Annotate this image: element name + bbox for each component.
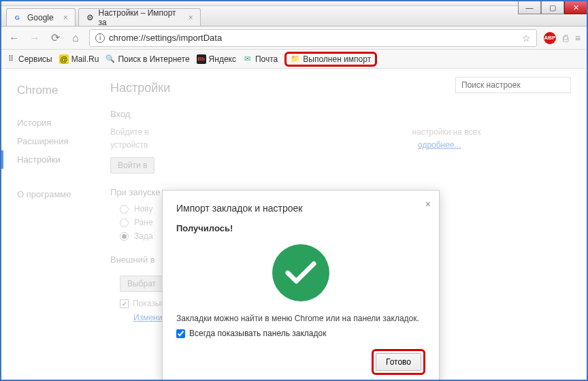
tab-title: Настройки – Импорт за [98, 8, 178, 27]
maximize-button[interactable]: ▢ [541, 1, 564, 14]
always-show-bookmarks-checkbox[interactable]: Всегда показывать панель закладок [176, 329, 425, 338]
minimize-button[interactable]: — [518, 1, 541, 14]
modal-overlay: × Импорт закладок и настроек Получилось!… [1, 69, 587, 381]
dialog-success-text: Получилось! [176, 223, 425, 233]
bookmark-yandex[interactable]: BbЯндекс [197, 54, 236, 64]
checkbox-label: Всегда показывать панель закладок [189, 329, 326, 338]
menu-icon[interactable]: ≡ [575, 33, 581, 44]
bookmark-label: Сервисы [18, 54, 52, 64]
url-input[interactable] [109, 33, 518, 43]
dialog-close-icon[interactable]: × [425, 199, 431, 210]
forward-button[interactable]: → [28, 31, 42, 45]
google-favicon: G [14, 13, 23, 22]
close-tab-icon[interactable]: × [63, 13, 68, 22]
bookmark-imported-folder[interactable]: 📁Выполнен импорт [291, 54, 371, 64]
folder-icon: 📁 [291, 54, 300, 64]
dialog-title: Импорт закладок и настроек [176, 203, 425, 214]
highlight-imported-bookmark: 📁Выполнен импорт [284, 52, 377, 67]
yandex-icon: Bb [197, 54, 206, 64]
tab-google[interactable]: G Google × [6, 8, 76, 26]
abp-extension-icon[interactable]: ABP [544, 32, 556, 44]
bookmark-search[interactable]: 🔍Поиск в Интернете [105, 54, 189, 64]
gear-icon: ⚙ [86, 13, 95, 22]
svg-text:G: G [15, 14, 20, 20]
bookmark-label: Поиск в Интернете [118, 54, 189, 64]
bookmark-star-icon[interactable]: ☆ [522, 33, 531, 44]
bookmark-label: Почта [255, 54, 278, 64]
checkbox-input[interactable] [176, 329, 185, 338]
bookmark-label: Mail.Ru [71, 54, 99, 64]
tab-strip: G Google × ⚙ Настройки – Импорт за × [1, 6, 587, 27]
bookmark-mail[interactable]: ✉Почта [243, 54, 278, 64]
site-info-icon[interactable]: i [95, 33, 105, 43]
home-button[interactable]: ⌂ [69, 31, 82, 45]
cast-icon[interactable]: ⎙ [563, 33, 568, 44]
apps-icon: ⠿ [6, 54, 16, 64]
done-button[interactable]: Готово [376, 353, 421, 371]
omnibox[interactable]: i ☆ [89, 29, 537, 47]
mailru-icon: @ [59, 54, 69, 64]
bookmark-label: Выполнен импорт [303, 54, 371, 64]
mail-icon: ✉ [243, 54, 252, 64]
bookmarks-bar: ⠿Сервисы @Mail.Ru 🔍Поиск в Интернете BbЯ… [1, 50, 587, 69]
apps-shortcut[interactable]: ⠿Сервисы [6, 54, 52, 64]
back-button[interactable]: ← [7, 31, 21, 45]
success-check-icon [272, 244, 329, 301]
bookmark-label: Яндекс [209, 54, 236, 64]
toolbar: ← → ⟳ ⌂ i ☆ ABP ⎙ ≡ [1, 27, 587, 50]
import-complete-dialog: × Импорт закладок и настроек Получилось!… [162, 190, 440, 381]
reload-button[interactable]: ⟳ [48, 31, 62, 45]
dialog-info-text: Закладки можно найти в меню Chrome или н… [176, 314, 425, 323]
tab-settings[interactable]: ⚙ Настройки – Импорт за × [78, 8, 201, 26]
highlight-done-button: Готово [372, 349, 425, 375]
tab-title: Google [27, 13, 54, 22]
search-icon: 🔍 [105, 54, 115, 64]
bookmark-mailru[interactable]: @Mail.Ru [59, 54, 99, 64]
close-tab-icon[interactable]: × [189, 13, 193, 22]
window-close-button[interactable]: ✕ [564, 1, 587, 14]
